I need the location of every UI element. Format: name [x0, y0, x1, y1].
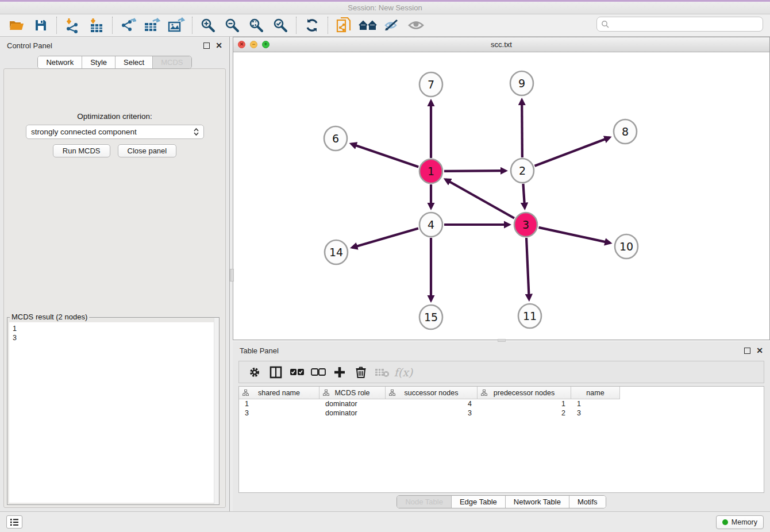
tab-select[interactable]: Select [116, 56, 153, 68]
save-session-icon[interactable] [30, 16, 51, 34]
table-header-row: shared nameMCDS rolesuccessor nodesprede… [239, 387, 764, 399]
mcds-result-title: MCDS result (2 nodes) [10, 313, 89, 321]
table-cell[interactable]: 3 [386, 408, 478, 418]
zoom-in-icon[interactable] [198, 16, 218, 34]
node-10[interactable]: 10 [615, 234, 638, 259]
memory-button[interactable]: Memory [716, 515, 764, 529]
node-9[interactable]: 9 [510, 71, 533, 95]
search-input[interactable] [611, 18, 763, 30]
tab-node-table[interactable]: Node Table [397, 496, 452, 508]
node-6[interactable]: 6 [324, 126, 347, 151]
mcds-result-list[interactable]: 13 [9, 322, 217, 503]
float-panel-icon[interactable] [203, 43, 210, 49]
tab-network-table[interactable]: Network Table [506, 496, 569, 508]
column-header-shared-name[interactable]: shared name [239, 387, 319, 399]
show-all-icon[interactable] [406, 16, 426, 34]
hide-selected-icon[interactable] [382, 16, 402, 34]
column-header-successor-nodes[interactable]: successor nodes [386, 387, 478, 399]
task-history-button[interactable] [6, 515, 22, 529]
node-2[interactable]: 2 [511, 159, 534, 183]
mcds-panel: Optimization criterion: strongly connect… [3, 68, 226, 508]
table-cell[interactable]: 3 [571, 408, 620, 418]
search-field[interactable] [596, 17, 763, 32]
table-cell[interactable]: 1 [478, 399, 571, 408]
table-cell[interactable]: dominator [319, 408, 386, 418]
refresh-icon[interactable] [302, 16, 322, 34]
table-cell[interactable]: 1 [571, 399, 620, 408]
import-table-icon[interactable] [86, 16, 107, 34]
toolbar-separator [328, 17, 328, 34]
node-7[interactable]: 7 [419, 72, 442, 97]
run-mcds-button[interactable]: Run MCDS [53, 144, 110, 157]
import-network-icon[interactable] [62, 16, 83, 34]
table-cell[interactable]: 4 [386, 399, 478, 408]
float-table-panel-icon[interactable] [744, 348, 750, 354]
zoom-selected-icon[interactable] [270, 16, 291, 34]
tab-motifs[interactable]: Motifs [569, 496, 606, 508]
svg-text:1: 1 [428, 165, 434, 178]
node-3[interactable]: 3 [514, 213, 537, 237]
control-panel: Control Panel ✕ NetworkStyleSelectMCDS O… [0, 37, 230, 511]
edge-1-2[interactable] [444, 171, 506, 171]
criterion-select[interactable]: strongly connected component [26, 125, 204, 139]
table-row[interactable]: 3dominator323 [239, 408, 764, 418]
table-cell[interactable]: 2 [478, 408, 571, 418]
criterion-value: strongly connected component [31, 128, 137, 136]
delete-icon[interactable] [351, 364, 371, 381]
tab-mcds[interactable]: MCDS [153, 56, 191, 68]
close-panel-icon[interactable]: ✕ [215, 43, 222, 49]
select-all-icon[interactable] [287, 364, 307, 381]
column-header-MCDS-role[interactable]: MCDS role [319, 387, 386, 399]
memory-label: Memory [732, 518, 757, 526]
table-cell[interactable]: 3 [239, 408, 319, 418]
gear-icon[interactable] [245, 364, 264, 381]
edge-3-11[interactable] [526, 238, 529, 299]
close-table-panel-icon[interactable]: ✕ [756, 348, 763, 354]
columns-icon[interactable] [266, 364, 286, 381]
table-panel-tabs: Node TableEdge TableNetwork TableMotifs [233, 495, 770, 508]
svg-text:2: 2 [519, 164, 526, 177]
node-14[interactable]: 14 [325, 240, 348, 264]
export-image-icon[interactable] [166, 16, 187, 34]
edge-4-14[interactable] [352, 228, 418, 247]
tab-edge-table[interactable]: Edge Table [452, 496, 506, 508]
edge-2-9[interactable] [522, 100, 522, 157]
table-cell[interactable]: 1 [239, 399, 319, 408]
node-1[interactable]: 1 [419, 159, 442, 183]
svg-text:10: 10 [619, 240, 633, 253]
zoom-fit-icon[interactable] [246, 16, 267, 34]
add-icon[interactable] [330, 364, 349, 381]
node-4[interactable]: 4 [419, 213, 442, 237]
vertical-splitter-handle[interactable] [230, 269, 234, 282]
svg-text:8: 8 [622, 125, 629, 138]
tab-style[interactable]: Style [82, 56, 116, 68]
toolbar-separator [192, 17, 192, 34]
table-panel-header: Table Panel ✕ [233, 342, 770, 359]
open-session-icon[interactable] [6, 16, 27, 34]
edge-3-10[interactable] [538, 228, 610, 243]
network-canvas[interactable]: 1234678910111415 [233, 52, 769, 340]
node-15[interactable]: 15 [419, 305, 442, 329]
table-cell[interactable]: dominator [319, 399, 386, 408]
tab-network[interactable]: Network [38, 56, 82, 68]
node-11[interactable]: 11 [518, 304, 541, 328]
edge-3-1[interactable] [445, 179, 514, 218]
edge-1-6[interactable] [351, 144, 418, 167]
result-scrollbar[interactable] [214, 318, 219, 504]
node-table[interactable]: shared nameMCDS rolesuccessor nodesprede… [238, 386, 764, 493]
first-neighbors-icon[interactable] [357, 16, 378, 34]
node-8[interactable]: 8 [614, 119, 637, 144]
zoom-out-icon[interactable] [222, 16, 242, 34]
export-network-icon[interactable] [118, 16, 138, 34]
deselect-all-icon[interactable] [309, 364, 328, 381]
toolbar-separator [112, 17, 113, 34]
network-window-titlebar: scc.txt ✕ − + [233, 37, 769, 52]
copy-network-icon[interactable] [333, 16, 354, 34]
export-table-icon[interactable] [142, 16, 163, 34]
edge-2-8[interactable] [535, 137, 610, 166]
close-panel-button[interactable]: Close panel [118, 144, 177, 157]
table-row[interactable]: 1dominator411 [239, 399, 764, 408]
column-header-predecessor-nodes[interactable]: predecessor nodes [478, 387, 571, 399]
column-header-name[interactable]: name [571, 387, 620, 399]
edge-2-3[interactable] [523, 184, 525, 208]
